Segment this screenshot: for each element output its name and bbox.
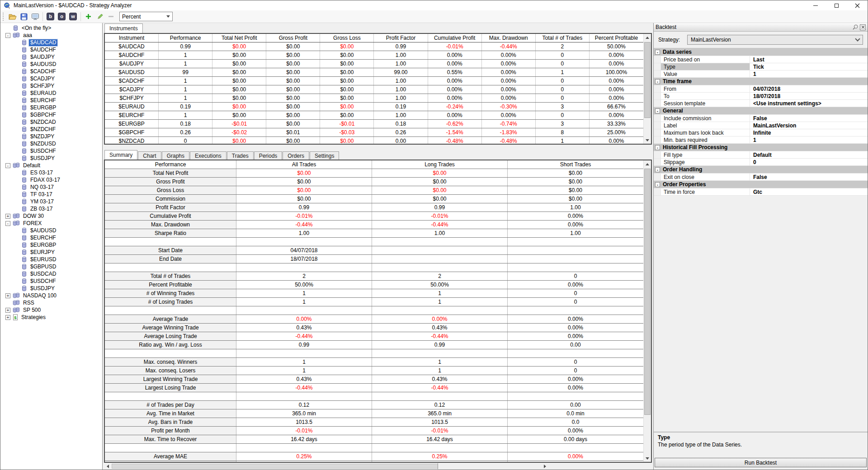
instrument-row[interactable]: $CADJPY1$0.00$0.00$0.001.000.00%0.00%00.…	[105, 85, 643, 94]
instrument-row[interactable]: $CADCHF1$0.00$0.00$0.001.000.00%0.00%00.…	[105, 77, 643, 85]
property-value[interactable]: Default	[750, 151, 868, 158]
tab-periods[interactable]: Periods	[254, 151, 283, 160]
tree-item[interactable]: -aaa	[0, 32, 102, 39]
tree-item[interactable]: $CHFJPY	[0, 82, 102, 89]
remove-button[interactable]	[106, 11, 116, 22]
tree-item[interactable]: $USDCHF	[0, 147, 102, 155]
strategy-select[interactable]: MainLastVersion	[687, 35, 863, 45]
instrument-row[interactable]: $AUDCAD0.99$0.00$0.00$0.000.99-0.01%-0.4…	[105, 42, 643, 51]
tree-item[interactable]: $EURGBP	[0, 241, 102, 249]
instrument-row[interactable]: $AUDUSD99$0.00$0.00$0.0099.000.55%0.00%1…	[105, 68, 643, 77]
scroll-thumb[interactable]	[112, 464, 484, 469]
panel-close-button[interactable]	[860, 24, 866, 30]
scroll-thumb[interactable]	[644, 169, 651, 415]
collapse-icon[interactable]: -	[5, 163, 10, 168]
tree-item[interactable]: +NASDAQ 100	[0, 292, 102, 299]
property-name[interactable]: From	[661, 85, 750, 92]
tab-trades[interactable]: Trades	[227, 151, 254, 160]
column-header[interactable]: Gross Loss	[320, 34, 374, 42]
pin-icon[interactable]	[852, 24, 859, 30]
tree-item[interactable]: $AUDCAD	[0, 39, 102, 46]
tree-item[interactable]: $USDCAD	[0, 270, 102, 277]
tree-item[interactable]: +$Strategies	[0, 314, 102, 321]
property-value[interactable]: Gtc	[750, 188, 868, 195]
property-value[interactable]: 1	[750, 70, 868, 77]
edit-button[interactable]	[94, 11, 105, 22]
collapse-icon[interactable]: -	[5, 221, 10, 226]
column-header[interactable]: Long Trades	[372, 160, 508, 169]
open-button[interactable]	[7, 11, 18, 22]
tree-item[interactable]: ES 03-17	[0, 169, 102, 176]
column-header[interactable]: Max. Drawdown	[482, 34, 536, 42]
category-row[interactable]: -Data series	[654, 48, 868, 56]
property-name[interactable]: Value	[661, 70, 750, 77]
column-header[interactable]: Instrument	[105, 34, 159, 42]
tree-item[interactable]: $USDCHF	[0, 277, 102, 285]
summary-scrollbar[interactable]	[643, 160, 651, 462]
instrument-row[interactable]: $EURGBP0.18-$0.01$0.00-$0.010.18-0.62%-0…	[105, 120, 643, 128]
view-mode-select[interactable]: Percent	[119, 12, 173, 21]
tree-item[interactable]: $CADJPY	[0, 75, 102, 82]
tree-item[interactable]: $EURCHF	[0, 234, 102, 241]
expand-icon[interactable]: +	[5, 293, 10, 298]
property-name[interactable]: Slippage	[661, 159, 750, 165]
workspace-w-button[interactable]: w	[68, 11, 78, 22]
property-value[interactable]: Infinite	[750, 129, 868, 136]
property-value[interactable]: 18/07/2018	[750, 93, 868, 99]
scroll-right-button[interactable]	[438, 463, 652, 469]
instrument-row[interactable]: $EURAUD0.19$0.00$0.00$0.000.19-0.24%-0.3…	[105, 103, 643, 111]
property-name[interactable]: Type	[661, 63, 750, 70]
tree-item[interactable]: YM 03-17	[0, 198, 102, 205]
column-header[interactable]: Performance	[105, 160, 236, 169]
instrument-row[interactable]: $CHFJPY1$0.00$0.00$0.001.000.00%0.00%00.…	[105, 94, 643, 103]
property-name[interactable]: Fill type	[661, 151, 750, 158]
property-value[interactable]: Tick	[750, 63, 868, 70]
collapse-icon[interactable]: -	[655, 167, 660, 172]
property-name[interactable]: Maximum bars look back	[661, 129, 750, 136]
column-header[interactable]: Profit Factor	[374, 34, 428, 42]
property-name[interactable]: Include commission	[661, 115, 750, 122]
tab-summary[interactable]: Summary	[104, 150, 137, 160]
column-header[interactable]: Gross Profit	[266, 34, 320, 42]
close-button[interactable]	[847, 0, 868, 10]
tree-item[interactable]: $EURGBP	[0, 104, 102, 111]
tree-item[interactable]: $CADCHF	[0, 68, 102, 75]
category-row[interactable]: -Order Handling	[654, 166, 868, 174]
tree-item[interactable]: $NZDUSD	[0, 140, 102, 147]
tree-item[interactable]: $NZDCAD	[0, 118, 102, 126]
tab-executions[interactable]: Executions	[190, 151, 226, 160]
splitter[interactable]	[104, 145, 652, 150]
property-value[interactable]: MainLastVersion	[750, 122, 868, 129]
tree-item[interactable]: $AUDJPY	[0, 53, 102, 61]
minimize-button[interactable]	[805, 0, 826, 10]
column-header[interactable]: Total # of Trades	[536, 34, 590, 42]
run-backtest-button[interactable]: Run Backtest	[655, 458, 867, 467]
property-value[interactable]: 0	[750, 159, 868, 165]
property-value[interactable]: 1	[750, 136, 868, 143]
tree-item[interactable]: $NZDCHF	[0, 126, 102, 133]
add-button[interactable]	[83, 11, 94, 22]
instrument-row[interactable]: $AUDCHF1$0.00$0.00$0.001.000.00%0.00%00.…	[105, 51, 643, 60]
tree-item[interactable]: $USDJPY	[0, 155, 102, 162]
maximize-button[interactable]	[826, 0, 847, 10]
scroll-down-button[interactable]	[644, 455, 651, 462]
collapse-icon[interactable]: -	[655, 50, 660, 55]
tree-item[interactable]: $USDJPY	[0, 285, 102, 292]
tab-orders[interactable]: Orders	[283, 151, 309, 160]
tree-item[interactable]: +DOW 30	[0, 212, 102, 220]
tree-item[interactable]: $EURUSD	[0, 256, 102, 263]
instrument-row[interactable]: $AUDJPY1$0.00$0.00$0.001.000.00%0.00%00.…	[105, 60, 643, 68]
tree-item[interactable]: $AUDUSD	[0, 227, 102, 234]
property-name[interactable]: Session template	[661, 100, 750, 107]
tree-item[interactable]: FDAX 03-17	[0, 176, 102, 183]
tree-item[interactable]: $AUDUSD	[0, 61, 102, 68]
scroll-left-button[interactable]	[104, 463, 111, 469]
instrument-row[interactable]: $GBPCHF0.26-$0.02$0.01-$0.030.26-1.54%-1…	[105, 128, 643, 137]
instrument-row[interactable]: $EURCHF1$0.00$0.00$0.001.000.00%0.00%00.…	[105, 111, 643, 120]
instruments-scrollbar[interactable]	[643, 34, 651, 144]
instrument-row[interactable]: $NZDCAD0$0.00$0.00$0.000.00-0.48%-0.48%1…	[105, 137, 643, 145]
tree-item[interactable]: $EURCHF	[0, 97, 102, 104]
column-header[interactable]: Short Trades	[508, 160, 643, 169]
property-name[interactable]: Label	[661, 122, 750, 129]
workspace-o-button[interactable]: o	[57, 11, 67, 22]
